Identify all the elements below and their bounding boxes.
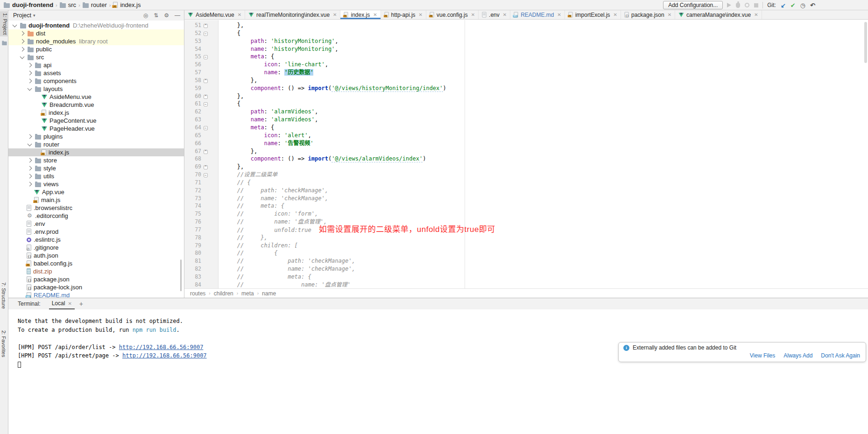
tree-item-README.md[interactable]: README.md	[8, 291, 184, 298]
hide-panel-icon[interactable]: —	[175, 12, 180, 19]
editor-breadcrumb-name[interactable]: name	[262, 290, 276, 297]
close-icon[interactable]: ✕	[754, 12, 758, 17]
chevron-down-icon[interactable]	[28, 141, 32, 146]
tree-item-dist.zip[interactable]: dist.zip	[8, 267, 184, 275]
chevron-right-icon[interactable]	[28, 63, 32, 68]
notification-action-view-files[interactable]: View Files	[750, 352, 775, 359]
breadcrumb-item[interactable]: router	[83, 1, 107, 8]
close-icon[interactable]: ✕	[68, 301, 71, 306]
tree-item-App.vue[interactable]: App.vue	[8, 188, 184, 196]
fold-marker[interactable]: ^	[201, 163, 210, 171]
editor-breadcrumb-children[interactable]: children	[214, 290, 233, 297]
tab-AsideMenu.vue[interactable]: AsideMenu.vue✕	[184, 10, 245, 19]
tab-index.js[interactable]: index.js✕	[340, 10, 381, 19]
breadcrumb-item[interactable]: index.js	[113, 1, 141, 8]
debug-icon[interactable]	[736, 3, 740, 8]
tree-item-.env[interactable]: .env	[8, 220, 184, 228]
chevron-right-icon[interactable]	[28, 79, 32, 84]
fold-marker[interactable]: −	[201, 171, 210, 179]
tree-item-index.js[interactable]: index.js	[8, 109, 184, 117]
tree-item-node-modules[interactable]: node_moduleslibrary root	[8, 37, 184, 45]
tree-item-public[interactable]: public	[8, 45, 184, 53]
tree-item-PageContent.vue[interactable]: PageContent.vue	[8, 117, 184, 125]
fold-marker[interactable]: −	[201, 100, 210, 108]
tree-item-AsideMenu.vue[interactable]: AsideMenu.vue	[8, 93, 184, 101]
locate-icon[interactable]: ◎	[143, 12, 148, 19]
breadcrumb-item[interactable]: duoji-frontend	[4, 1, 53, 8]
fold-marker[interactable]: −	[201, 29, 210, 37]
chevron-down-icon[interactable]	[13, 22, 17, 27]
chevron-down-icon[interactable]: ▾	[33, 13, 35, 18]
close-icon[interactable]: ✕	[333, 12, 337, 17]
tree-item-duoji-frontend[interactable]: duoji-frontendD:\zheheWeb\duoji-frontend	[8, 21, 184, 29]
fold-marker[interactable]: ^	[201, 147, 210, 155]
editor-breadcrumb-meta[interactable]: meta	[241, 290, 254, 297]
tool-button-structure[interactable]: 7: Structure	[1, 282, 7, 309]
chevron-down-icon[interactable]	[28, 86, 32, 91]
tree-item-.eslintrc.js[interactable]: .eslintrc.js	[8, 236, 184, 244]
tree-item-.browserslistrc[interactable]: .browserslistrc	[8, 204, 184, 212]
add-configuration-button[interactable]: Add Configuration...	[663, 1, 723, 9]
chevron-right-icon[interactable]	[20, 39, 25, 44]
tab-realTimeMonitoring-index.vue[interactable]: realTimeMonitoring\index.vue✕	[245, 10, 340, 19]
fold-marker[interactable]: −	[201, 53, 210, 61]
tab-importExcel.js[interactable]: importExcel.js✕	[565, 10, 621, 19]
editor-breadcrumb-routes[interactable]: routes	[190, 290, 205, 297]
new-terminal-icon[interactable]: +	[79, 300, 83, 308]
tree-item-assets[interactable]: assets	[8, 69, 184, 77]
editor-scrollbar[interactable]	[864, 22, 867, 63]
chevron-right-icon[interactable]	[20, 31, 25, 36]
chevron-right-icon[interactable]	[28, 174, 32, 179]
coverage-icon[interactable]	[745, 3, 749, 7]
collapse-all-icon[interactable]: ⇅	[154, 12, 158, 19]
tree-item-style[interactable]: style	[8, 164, 184, 172]
tree-item-Breadcrumb.vue[interactable]: Breadcrumb.vue	[8, 101, 184, 109]
tree-item-package.json[interactable]: package.json	[8, 275, 184, 283]
tree-item-src[interactable]: src	[8, 53, 184, 61]
notification-action-don-t-ask-again[interactable]: Don't Ask Again	[821, 352, 860, 359]
gear-icon[interactable]: ⚙	[164, 12, 169, 19]
close-icon[interactable]: ✕	[668, 12, 671, 17]
tree-item-components[interactable]: components	[8, 77, 184, 85]
chevron-right-icon[interactable]	[20, 47, 25, 52]
close-icon[interactable]: ✕	[373, 12, 377, 17]
fold-marker[interactable]: ^	[201, 92, 210, 100]
tree-item-utils[interactable]: utils	[8, 172, 184, 180]
terminal-tab-local[interactable]: Local ✕	[49, 298, 75, 309]
tree-item-.editorconfig[interactable]: .editorconfig	[8, 212, 184, 220]
project-header-title[interactable]: Project	[13, 12, 31, 19]
fold-marker[interactable]: −	[201, 124, 210, 132]
chevron-right-icon[interactable]	[28, 182, 32, 187]
tool-button-favorites[interactable]: 2: Favorites	[1, 330, 7, 357]
tab-package.json[interactable]: package.json✕	[621, 10, 675, 19]
chevron-right-icon[interactable]	[28, 71, 32, 76]
tree-item-api[interactable]: api	[8, 61, 184, 69]
chevron-right-icon[interactable]	[28, 166, 32, 171]
tool-button-project[interactable]: 1: Project	[0, 11, 8, 36]
run-icon[interactable]	[727, 3, 731, 7]
tree-item-plugins[interactable]: plugins	[8, 133, 184, 140]
close-icon[interactable]: ✕	[557, 12, 561, 17]
commit-icon[interactable]: ✔	[790, 2, 796, 8]
tree-item-package-lock.json[interactable]: package-lock.json	[8, 283, 184, 291]
close-icon[interactable]: ✕	[503, 12, 507, 17]
fold-marker[interactable]: ^	[201, 21, 210, 29]
stop-icon[interactable]	[754, 3, 758, 7]
tab-http-api.js[interactable]: http-api.js✕	[381, 10, 426, 19]
tree-item-PageHeader.vue[interactable]: PageHeader.vue	[8, 125, 184, 133]
terminal-link[interactable]: http://192.168.66.56:9007	[119, 344, 204, 350]
close-icon[interactable]: ✕	[238, 12, 241, 17]
rollback-icon[interactable]: ↶	[810, 2, 815, 8]
update-project-icon[interactable]: ↙	[781, 2, 786, 8]
terminal-link[interactable]: http://192.168.66.56:9007	[122, 352, 207, 359]
tree-item-auth.json[interactable]: auth.json	[8, 252, 184, 259]
tree-item-main.js[interactable]: main.js	[8, 196, 184, 204]
tree-item-.gitignore[interactable]: .gitignore	[8, 244, 184, 252]
chevron-right-icon[interactable]	[28, 134, 32, 139]
close-icon[interactable]: ✕	[419, 12, 423, 17]
chevron-right-icon[interactable]	[28, 158, 32, 163]
tree-item-store[interactable]: store	[8, 156, 184, 164]
close-icon[interactable]: ✕	[471, 12, 475, 17]
chevron-down-icon[interactable]	[20, 54, 25, 59]
notification-action-always-add[interactable]: Always Add	[783, 352, 812, 359]
